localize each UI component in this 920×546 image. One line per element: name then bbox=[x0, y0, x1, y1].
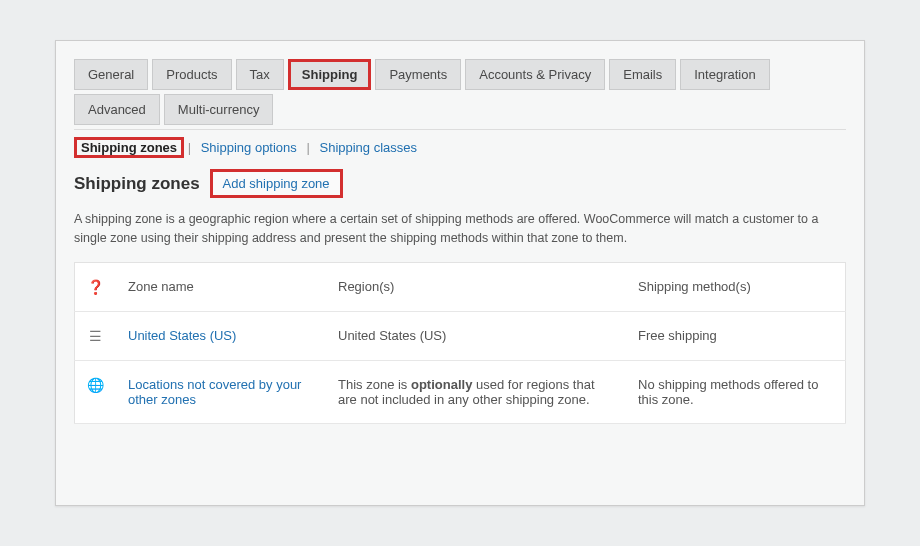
zone-name-link[interactable]: United States (US) bbox=[128, 328, 236, 343]
subtab-separator: | bbox=[306, 140, 309, 155]
subtab-options[interactable]: Shipping options bbox=[195, 138, 303, 157]
subtab-zones[interactable]: Shipping zones bbox=[74, 137, 184, 158]
heading-row: Shipping zones Add shipping zone bbox=[74, 169, 846, 198]
tab-general[interactable]: General bbox=[74, 59, 148, 90]
page-description: A shipping zone is a geographic region w… bbox=[74, 210, 846, 248]
zone-name-link[interactable]: Locations not covered by your other zone… bbox=[128, 377, 301, 407]
tab-tax[interactable]: Tax bbox=[236, 59, 284, 90]
column-zone-name: Zone name bbox=[116, 262, 326, 311]
settings-panel: General Products Tax Shipping Payments A… bbox=[55, 40, 865, 506]
tab-shipping[interactable]: Shipping bbox=[288, 59, 372, 90]
tab-products[interactable]: Products bbox=[152, 59, 231, 90]
add-shipping-zone-button[interactable]: Add shipping zone bbox=[210, 169, 343, 198]
tab-divider bbox=[74, 129, 846, 130]
table-row: ☰ United States (US) United States (US) … bbox=[75, 311, 846, 360]
tab-payments[interactable]: Payments bbox=[375, 59, 461, 90]
tab-emails[interactable]: Emails bbox=[609, 59, 676, 90]
column-method: Shipping method(s) bbox=[626, 262, 846, 311]
globe-icon: 🌐 bbox=[87, 377, 104, 393]
help-icon[interactable]: ❓ bbox=[87, 279, 104, 295]
zone-region: United States (US) bbox=[326, 311, 626, 360]
settings-tabs: General Products Tax Shipping Payments A… bbox=[74, 59, 846, 125]
subtab-classes[interactable]: Shipping classes bbox=[313, 138, 423, 157]
table-header-row: ❓ Zone name Region(s) Shipping method(s) bbox=[75, 262, 846, 311]
subtab-separator: | bbox=[188, 140, 191, 155]
column-region: Region(s) bbox=[326, 262, 626, 311]
drag-handle-icon[interactable]: ☰ bbox=[89, 328, 102, 344]
page-title: Shipping zones bbox=[74, 174, 200, 194]
tab-multicurrency[interactable]: Multi-currency bbox=[164, 94, 274, 125]
shipping-zones-table: ❓ Zone name Region(s) Shipping method(s)… bbox=[74, 262, 846, 424]
tab-advanced[interactable]: Advanced bbox=[74, 94, 160, 125]
tab-accounts[interactable]: Accounts & Privacy bbox=[465, 59, 605, 90]
table-row: 🌐 Locations not covered by your other zo… bbox=[75, 360, 846, 423]
region-text-bold: optionally bbox=[411, 377, 472, 392]
region-text-pre: This zone is bbox=[338, 377, 411, 392]
tab-integration[interactable]: Integration bbox=[680, 59, 769, 90]
zone-method: Free shipping bbox=[626, 311, 846, 360]
zone-region: This zone is optionally used for regions… bbox=[326, 360, 626, 423]
zone-method: No shipping methods offered to this zone… bbox=[626, 360, 846, 423]
shipping-subtabs: Shipping zones | Shipping options | Ship… bbox=[74, 140, 846, 155]
